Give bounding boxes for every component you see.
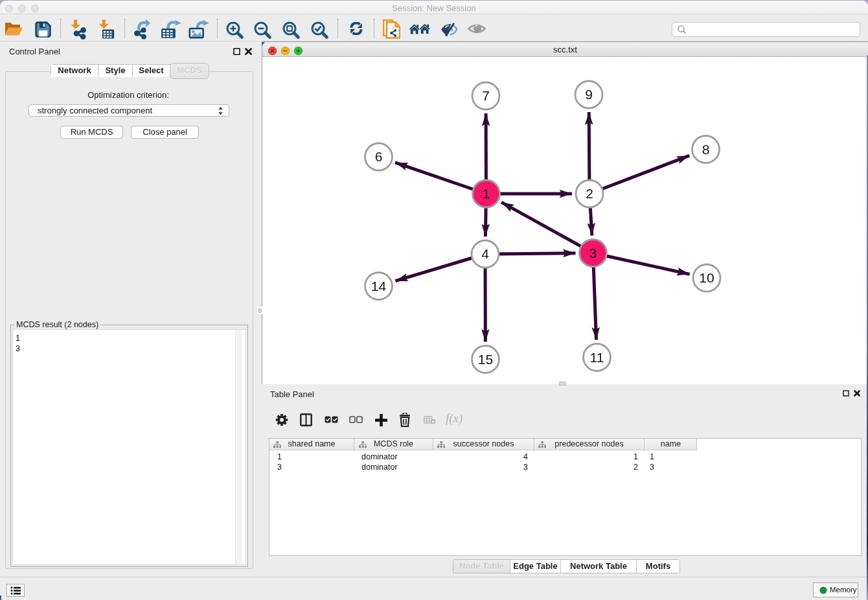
svg-text:2: 2 (586, 186, 593, 201)
svg-text:7: 7 (482, 88, 490, 103)
svg-text:15: 15 (478, 352, 493, 367)
svg-text:10: 10 (699, 270, 714, 285)
svg-text:6: 6 (375, 149, 383, 164)
svg-text:14: 14 (371, 279, 387, 294)
svg-text:8: 8 (702, 142, 710, 157)
svg-text:9: 9 (585, 87, 593, 102)
svg-text:1: 1 (483, 186, 490, 201)
svg-text:11: 11 (590, 350, 604, 365)
svg-text:4: 4 (481, 246, 489, 261)
svg-text:3: 3 (589, 246, 597, 260)
